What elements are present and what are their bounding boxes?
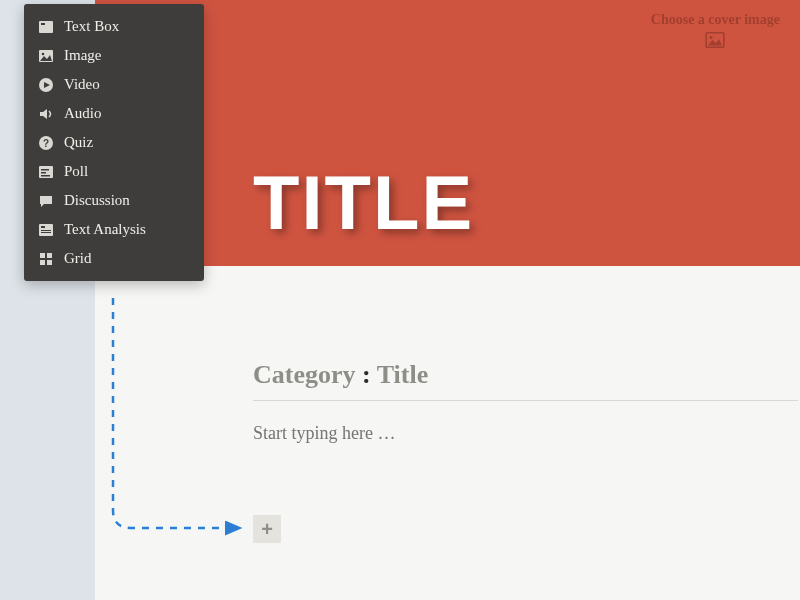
menu-item-label: Quiz <box>64 134 93 151</box>
title-label: Title <box>377 360 429 389</box>
quiz-icon: ? <box>38 135 54 151</box>
menu-item-text-analysis[interactable]: Text Analysis <box>24 215 204 244</box>
text-analysis-icon <box>38 222 54 238</box>
menu-item-label: Video <box>64 76 100 93</box>
menu-item-quiz[interactable]: ? Quiz <box>24 128 204 157</box>
svg-rect-20 <box>47 260 52 265</box>
svg-rect-18 <box>47 253 52 258</box>
svg-rect-11 <box>41 172 46 174</box>
menu-item-label: Text Analysis <box>64 221 146 238</box>
menu-item-label: Poll <box>64 163 88 180</box>
svg-point-1 <box>710 36 713 39</box>
choose-cover-image-button[interactable]: Choose a cover image <box>651 12 780 48</box>
text-box-icon <box>38 19 54 35</box>
audio-icon <box>38 106 54 122</box>
menu-item-label: Discussion <box>64 192 130 209</box>
grid-icon <box>38 251 54 267</box>
menu-item-image[interactable]: Image <box>24 41 204 70</box>
category-label: Category <box>253 360 356 389</box>
svg-rect-2 <box>39 21 53 33</box>
image-icon <box>38 48 54 64</box>
category-title-row[interactable]: Category : Title <box>253 360 798 401</box>
insert-block-menu: Text Box Image Video Audio ? Quiz Poll <box>24 4 204 281</box>
hero-title[interactable]: TITLE <box>253 159 474 246</box>
svg-point-5 <box>42 52 45 55</box>
menu-item-label: Grid <box>64 250 92 267</box>
menu-item-audio[interactable]: Audio <box>24 99 204 128</box>
choose-cover-image-label: Choose a cover image <box>651 12 780 27</box>
video-icon <box>38 77 54 93</box>
separator: : <box>362 360 371 389</box>
svg-rect-19 <box>40 260 45 265</box>
menu-item-poll[interactable]: Poll <box>24 157 204 186</box>
plus-icon: + <box>261 518 273 541</box>
menu-item-label: Image <box>64 47 101 64</box>
menu-item-label: Audio <box>64 105 102 122</box>
svg-rect-14 <box>41 226 45 228</box>
menu-item-discussion[interactable]: Discussion <box>24 186 204 215</box>
svg-rect-17 <box>40 253 45 258</box>
menu-item-video[interactable]: Video <box>24 70 204 99</box>
menu-item-label: Text Box <box>64 18 119 35</box>
svg-rect-10 <box>41 169 49 171</box>
svg-rect-3 <box>41 23 45 25</box>
svg-rect-16 <box>41 232 51 233</box>
add-block-button[interactable]: + <box>253 515 281 543</box>
body-text-input[interactable] <box>253 423 753 444</box>
poll-icon <box>38 164 54 180</box>
menu-item-text-box[interactable]: Text Box <box>24 12 204 41</box>
menu-item-grid[interactable]: Grid <box>24 244 204 273</box>
discussion-icon <box>38 193 54 209</box>
svg-text:?: ? <box>43 138 49 149</box>
svg-rect-15 <box>41 230 51 231</box>
image-icon <box>705 32 725 48</box>
content-area: Category : Title <box>253 360 800 444</box>
svg-rect-12 <box>41 175 50 177</box>
